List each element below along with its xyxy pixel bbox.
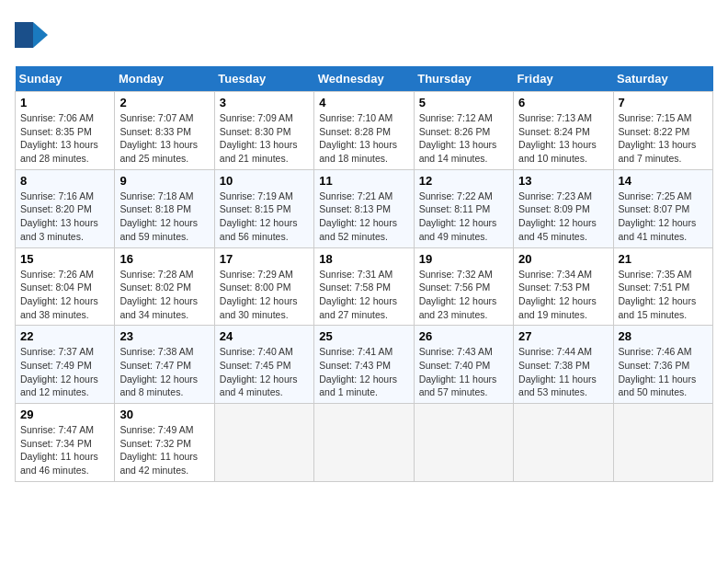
calendar-cell: 29Sunrise: 7:47 AMSunset: 7:34 PMDayligh… [16,404,115,482]
calendar-cell: 28Sunrise: 7:46 AMSunset: 7:36 PMDayligh… [613,326,712,404]
day-number: 23 [119,329,209,343]
day-info: Sunrise: 7:06 AMSunset: 8:35 PMDaylight:… [20,111,109,166]
logo-icon [15,15,48,55]
calendar-cell: 25Sunrise: 7:41 AMSunset: 7:43 PMDayligh… [314,326,414,404]
day-number: 16 [119,252,209,266]
day-info: Sunrise: 7:34 AMSunset: 7:53 PMDaylight:… [518,268,608,322]
day-number: 4 [319,96,408,109]
calendar-cell: 14Sunrise: 7:25 AMSunset: 8:07 PMDayligh… [613,169,712,247]
day-number: 29 [20,408,109,421]
day-info: Sunrise: 7:49 AMSunset: 7:32 PMDaylight:… [119,423,209,477]
calendar-cell: 27Sunrise: 7:44 AMSunset: 7:38 PMDayligh… [514,326,613,404]
calendar-cell: 18Sunrise: 7:31 AMSunset: 7:58 PMDayligh… [314,247,414,326]
calendar-cell: 16Sunrise: 7:28 AMSunset: 8:02 PMDayligh… [115,247,214,326]
svg-marker-1 [15,22,33,48]
calendar-cell: 10Sunrise: 7:19 AMSunset: 8:15 PMDayligh… [214,169,313,247]
calendar-cell [214,404,313,482]
day-number: 21 [619,252,708,266]
day-info: Sunrise: 7:21 AMSunset: 8:13 PMDaylight:… [319,190,408,244]
calendar-cell [613,404,712,482]
day-info: Sunrise: 7:22 AMSunset: 8:11 PMDaylight:… [419,190,508,244]
calendar-cell: 6Sunrise: 7:13 AMSunset: 8:24 PMDaylight… [514,92,613,170]
calendar-cell: 24Sunrise: 7:40 AMSunset: 7:45 PMDayligh… [214,326,313,404]
calendar-week-1: 1Sunrise: 7:06 AMSunset: 8:35 PMDaylight… [16,92,713,170]
day-info: Sunrise: 7:38 AMSunset: 7:47 PMDaylight:… [119,345,209,399]
calendar-week-4: 22Sunrise: 7:37 AMSunset: 7:49 PMDayligh… [16,326,713,404]
day-number: 20 [518,252,608,266]
calendar-cell: 8Sunrise: 7:16 AMSunset: 8:20 PMDaylight… [16,169,115,247]
page-header [15,15,713,55]
calendar-cell [314,404,414,482]
calendar-cell: 23Sunrise: 7:38 AMSunset: 7:47 PMDayligh… [115,326,214,404]
day-info: Sunrise: 7:28 AMSunset: 8:02 PMDaylight:… [119,268,209,322]
calendar-cell: 21Sunrise: 7:35 AMSunset: 7:51 PMDayligh… [613,247,712,326]
day-number: 19 [419,252,508,266]
calendar-cell: 13Sunrise: 7:23 AMSunset: 8:09 PMDayligh… [514,169,613,247]
calendar-cell [514,404,613,482]
day-info: Sunrise: 7:31 AMSunset: 7:58 PMDaylight:… [319,268,408,322]
calendar-table: SundayMondayTuesdayWednesdayThursdayFrid… [15,66,713,482]
calendar-cell: 30Sunrise: 7:49 AMSunset: 7:32 PMDayligh… [115,404,214,482]
day-number: 14 [619,174,708,188]
day-number: 24 [220,329,309,343]
calendar-cell: 1Sunrise: 7:06 AMSunset: 8:35 PMDaylight… [16,92,115,170]
day-info: Sunrise: 7:09 AMSunset: 8:30 PMDaylight:… [220,111,309,166]
weekday-header-saturday: Saturday [613,66,712,92]
day-number: 27 [518,329,608,343]
day-info: Sunrise: 7:32 AMSunset: 7:56 PMDaylight:… [419,268,508,322]
calendar-header-row: SundayMondayTuesdayWednesdayThursdayFrid… [16,66,713,92]
day-number: 3 [220,96,309,109]
day-number: 1 [20,96,109,109]
calendar-cell: 4Sunrise: 7:10 AMSunset: 8:28 PMDaylight… [314,92,414,170]
calendar-week-3: 15Sunrise: 7:26 AMSunset: 8:04 PMDayligh… [16,247,713,326]
logo [15,15,51,55]
day-number: 15 [20,252,109,266]
day-info: Sunrise: 7:46 AMSunset: 7:36 PMDaylight:… [619,345,708,399]
day-info: Sunrise: 7:35 AMSunset: 7:51 PMDaylight:… [619,268,708,322]
calendar-cell: 9Sunrise: 7:18 AMSunset: 8:18 PMDaylight… [115,169,214,247]
day-info: Sunrise: 7:41 AMSunset: 7:43 PMDaylight:… [319,345,408,399]
day-number: 18 [319,252,408,266]
day-number: 9 [119,174,209,188]
weekday-header-tuesday: Tuesday [214,66,313,92]
day-number: 28 [619,329,708,343]
calendar-cell: 20Sunrise: 7:34 AMSunset: 7:53 PMDayligh… [514,247,613,326]
day-info: Sunrise: 7:43 AMSunset: 7:40 PMDaylight:… [419,345,508,399]
day-number: 25 [319,329,408,343]
day-info: Sunrise: 7:44 AMSunset: 7:38 PMDaylight:… [518,345,608,399]
calendar-cell: 11Sunrise: 7:21 AMSunset: 8:13 PMDayligh… [314,169,414,247]
calendar-cell: 2Sunrise: 7:07 AMSunset: 8:33 PMDaylight… [115,92,214,170]
day-info: Sunrise: 7:16 AMSunset: 8:20 PMDaylight:… [20,190,109,244]
day-number: 22 [20,329,109,343]
day-number: 10 [220,174,309,188]
day-number: 30 [119,408,209,421]
weekday-header-friday: Friday [514,66,613,92]
day-info: Sunrise: 7:18 AMSunset: 8:18 PMDaylight:… [119,190,209,244]
day-info: Sunrise: 7:13 AMSunset: 8:24 PMDaylight:… [518,111,608,166]
calendar-week-5: 29Sunrise: 7:47 AMSunset: 7:34 PMDayligh… [16,404,713,482]
calendar-cell: 5Sunrise: 7:12 AMSunset: 8:26 PMDaylight… [414,92,513,170]
day-number: 8 [20,174,109,188]
calendar-cell: 3Sunrise: 7:09 AMSunset: 8:30 PMDaylight… [214,92,313,170]
day-number: 7 [619,96,708,109]
day-info: Sunrise: 7:15 AMSunset: 8:22 PMDaylight:… [619,111,708,166]
day-number: 13 [518,174,608,188]
day-info: Sunrise: 7:29 AMSunset: 8:00 PMDaylight:… [220,268,309,322]
day-number: 5 [419,96,508,109]
day-number: 2 [119,96,209,109]
day-number: 6 [518,96,608,109]
day-info: Sunrise: 7:23 AMSunset: 8:09 PMDaylight:… [518,190,608,244]
day-info: Sunrise: 7:40 AMSunset: 7:45 PMDaylight:… [220,345,309,399]
day-info: Sunrise: 7:47 AMSunset: 7:34 PMDaylight:… [20,423,109,477]
day-info: Sunrise: 7:19 AMSunset: 8:15 PMDaylight:… [220,190,309,244]
calendar-cell: 7Sunrise: 7:15 AMSunset: 8:22 PMDaylight… [613,92,712,170]
day-number: 26 [419,329,508,343]
weekday-header-thursday: Thursday [414,66,513,92]
calendar-cell: 22Sunrise: 7:37 AMSunset: 7:49 PMDayligh… [16,326,115,404]
day-number: 12 [419,174,508,188]
day-info: Sunrise: 7:26 AMSunset: 8:04 PMDaylight:… [20,268,109,322]
day-info: Sunrise: 7:07 AMSunset: 8:33 PMDaylight:… [119,111,209,166]
calendar-week-2: 8Sunrise: 7:16 AMSunset: 8:20 PMDaylight… [16,169,713,247]
calendar-cell: 17Sunrise: 7:29 AMSunset: 8:00 PMDayligh… [214,247,313,326]
day-info: Sunrise: 7:25 AMSunset: 8:07 PMDaylight:… [619,190,708,244]
